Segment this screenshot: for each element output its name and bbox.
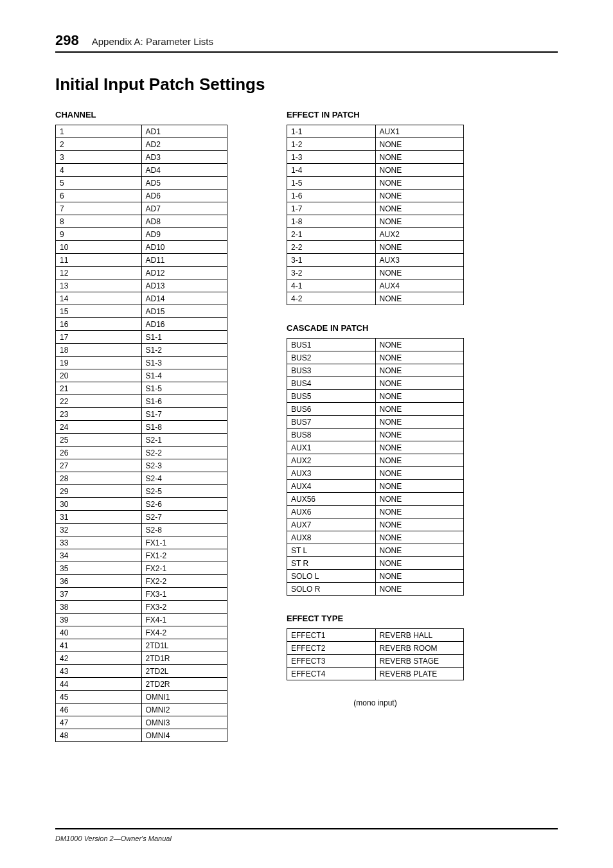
effect-type-title: EFFECT TYPE	[287, 614, 464, 623]
cell-key: 2	[56, 138, 142, 151]
cell-key: 1-8	[287, 215, 376, 228]
table-row: 412TD1L	[56, 639, 227, 652]
table-row: AUX6NONE	[287, 506, 464, 518]
table-row: 17S1-1	[56, 331, 227, 344]
cell-key: 3-1	[287, 254, 376, 267]
table-row: EFFECT2REVERB ROOM	[287, 642, 464, 655]
cell-value: NONE	[375, 190, 464, 202]
table-row: 30S2-6	[56, 498, 227, 511]
table-row: 37FX3-1	[56, 588, 227, 601]
cell-value: REVERB PLATE	[375, 668, 464, 680]
cell-value: REVERB HALL	[375, 629, 464, 642]
cell-value: NONE	[375, 351, 464, 364]
cell-value: AD9	[141, 228, 227, 241]
table-row: 1-8NONE	[287, 215, 464, 228]
table-row: 22S1-6	[56, 395, 227, 408]
cell-key: 1-6	[287, 190, 376, 202]
cell-key: SOLO L	[287, 570, 376, 583]
cell-value: AUX3	[375, 254, 464, 267]
chapter-title: Appendix A: Parameter Lists	[92, 36, 213, 47]
cell-key: 25	[56, 434, 142, 447]
mono-input-note: (mono input)	[287, 698, 464, 707]
table-row: EFFECT4REVERB PLATE	[287, 668, 464, 680]
table-row: 6AD6	[56, 190, 227, 202]
table-row: AUX4NONE	[287, 480, 464, 493]
cell-key: 42	[56, 652, 142, 665]
table-row: 422TD1R	[56, 652, 227, 665]
cell-value: NONE	[375, 493, 464, 506]
cell-key: AUX2	[287, 454, 376, 467]
cell-value: NONE	[375, 164, 464, 177]
cell-value: NONE	[375, 177, 464, 190]
cell-key: 18	[56, 344, 142, 357]
cell-value: NONE	[375, 292, 464, 305]
table-row: 2AD2	[56, 138, 227, 151]
cell-key: 13	[56, 279, 142, 292]
cell-value: AD12	[141, 267, 227, 279]
table-row: ST LNONE	[287, 544, 464, 557]
table-row: BUS8NONE	[287, 429, 464, 441]
cell-key: 35	[56, 562, 142, 575]
cell-key: BUS8	[287, 429, 376, 441]
cell-key: EFFECT1	[287, 629, 376, 642]
cell-key: 3-2	[287, 267, 376, 279]
table-row: 45OMNI1	[56, 691, 227, 704]
cell-value: FX1-1	[141, 536, 227, 549]
table-row: 32S2-8	[56, 524, 227, 536]
table-row: 1-7NONE	[287, 202, 464, 215]
table-row: EFFECT1REVERB HALL	[287, 629, 464, 642]
table-row: AUX1NONE	[287, 441, 464, 454]
cell-key: SOLO R	[287, 583, 376, 596]
cell-key: 5	[56, 177, 142, 190]
cell-value: FX4-1	[141, 614, 227, 626]
cell-key: 45	[56, 691, 142, 704]
cell-value: AD1	[141, 125, 227, 138]
cell-key: 24	[56, 421, 142, 434]
cell-key: 21	[56, 382, 142, 395]
cascade-in-patch-title: CASCADE IN PATCH	[287, 323, 464, 333]
table-row: BUS6NONE	[287, 403, 464, 416]
table-row: AUX7NONE	[287, 518, 464, 531]
table-row: ST RNONE	[287, 557, 464, 570]
cell-key: 46	[56, 704, 142, 716]
cell-value: NONE	[375, 557, 464, 570]
effect-in-patch-title: EFFECT IN PATCH	[287, 110, 464, 120]
table-row: 1-5NONE	[287, 177, 464, 190]
cell-value: FX2-1	[141, 562, 227, 575]
cell-key: EFFECT3	[287, 655, 376, 668]
table-row: 20S1-4	[56, 369, 227, 382]
cell-key: 16	[56, 318, 142, 331]
cell-key: 19	[56, 357, 142, 369]
cell-key: BUS6	[287, 403, 376, 416]
table-row: 28S2-4	[56, 472, 227, 485]
cell-value: NONE	[375, 138, 464, 151]
table-row: 23S1-7	[56, 408, 227, 421]
cell-key: 10	[56, 241, 142, 254]
table-row: 1-3NONE	[287, 151, 464, 164]
table-row: 8AD8	[56, 215, 227, 228]
cell-value: AD5	[141, 177, 227, 190]
cell-value: AD14	[141, 292, 227, 305]
table-row: 1-4NONE	[287, 164, 464, 177]
cell-key: EFFECT4	[287, 668, 376, 680]
table-row: 4AD4	[56, 164, 227, 177]
cell-value: FX4-2	[141, 626, 227, 639]
table-row: 5AD5	[56, 177, 227, 190]
table-row: 1AD1	[56, 125, 227, 138]
cell-value: S1-7	[141, 408, 227, 421]
table-row: 15AD15	[56, 305, 227, 318]
page-footer: DM1000 Version 2—Owner's Manual	[55, 828, 558, 842]
cell-key: 31	[56, 511, 142, 524]
table-row: 4-2NONE	[287, 292, 464, 305]
left-column: CHANNEL 1AD12AD23AD34AD45AD56AD67AD78AD8…	[55, 110, 227, 742]
cell-key: AUX1	[287, 441, 376, 454]
cell-key: 15	[56, 305, 142, 318]
table-row: 39FX4-1	[56, 614, 227, 626]
cell-key: BUS5	[287, 390, 376, 403]
cell-value: NONE	[375, 267, 464, 279]
table-row: BUS5NONE	[287, 390, 464, 403]
table-row: 14AD14	[56, 292, 227, 305]
cell-value: NONE	[375, 403, 464, 416]
cell-value: NONE	[375, 570, 464, 583]
cell-value: OMNI1	[141, 691, 227, 704]
